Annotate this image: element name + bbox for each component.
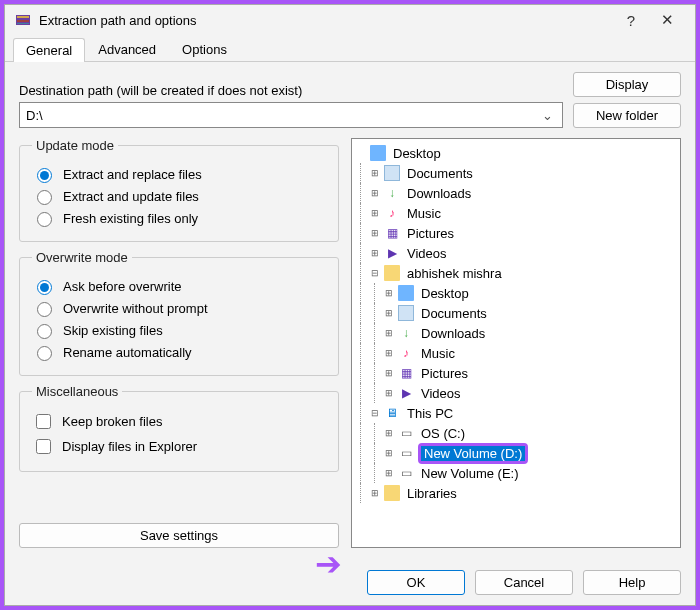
music-icon: ♪ — [398, 345, 414, 361]
tab-general[interactable]: General — [13, 38, 85, 62]
tree-node-videos[interactable]: ⊞▶Videos — [354, 243, 678, 263]
misc-legend: Miscellaneous — [32, 384, 122, 399]
radio-rename-auto[interactable]: Rename automatically — [32, 343, 326, 361]
overwrite-mode-group: Overwrite mode Ask before overwrite Over… — [19, 250, 339, 376]
videos-icon: ▶ — [398, 385, 414, 401]
tree-expand-icon[interactable]: ⊞ — [382, 388, 396, 398]
misc-group: Miscellaneous Keep broken files Display … — [19, 384, 339, 472]
tree-node-newvol-d[interactable]: ⊞▭New Volume (D:) — [354, 443, 678, 463]
dialog-footer: OK Cancel Help — [5, 560, 695, 605]
tree-node-music[interactable]: ⊞♪Music — [354, 203, 678, 223]
desktop-icon — [398, 285, 414, 301]
destination-path-combo[interactable]: D:\ ⌄ — [19, 102, 563, 128]
pictures-icon: ▦ — [398, 365, 414, 381]
help-button-footer[interactable]: Help — [583, 570, 681, 595]
tree-expand-icon[interactable]: ⊞ — [382, 448, 396, 458]
tree-node-desktop[interactable]: Desktop — [354, 143, 678, 163]
libraries-icon — [384, 485, 400, 501]
update-mode-legend: Update mode — [32, 138, 118, 153]
tree-node-user-documents[interactable]: ⊞Documents — [354, 303, 678, 323]
highlight-annotation: New Volume (D:) — [418, 443, 528, 464]
tree-node-newvol-e[interactable]: ⊞▭New Volume (E:) — [354, 463, 678, 483]
tree-node-libraries[interactable]: ⊞Libraries — [354, 483, 678, 503]
radio-overwrite-noprompt[interactable]: Overwrite without prompt — [32, 299, 326, 317]
save-settings-button[interactable]: Save settings — [19, 523, 339, 548]
extraction-dialog: Extraction path and options ? ✕ General … — [4, 4, 696, 606]
close-button[interactable]: ✕ — [649, 11, 685, 29]
help-button[interactable]: ? — [613, 12, 649, 29]
window-title: Extraction path and options — [39, 13, 613, 28]
svg-rect-1 — [17, 16, 29, 18]
tree-expand-icon[interactable]: ⊞ — [382, 348, 396, 358]
tree-expand-icon[interactable]: ⊞ — [382, 468, 396, 478]
tab-strip: General Advanced Options — [5, 35, 695, 62]
display-button[interactable]: Display — [573, 72, 681, 97]
tree-node-user-pictures[interactable]: ⊞▦Pictures — [354, 363, 678, 383]
tree-node-user-downloads[interactable]: ⊞↓Downloads — [354, 323, 678, 343]
tree-expand-icon[interactable]: ⊟ — [368, 268, 382, 278]
tree-expand-icon[interactable]: ⊞ — [368, 188, 382, 198]
videos-icon: ▶ — [384, 245, 400, 261]
folder-tree[interactable]: Desktop ⊞Documents ⊞↓Downloads ⊞♪Music ⊞… — [351, 138, 681, 548]
destination-label: Destination path (will be created if doe… — [19, 83, 563, 98]
tree-node-user-videos[interactable]: ⊞▶Videos — [354, 383, 678, 403]
downloads-icon: ↓ — [398, 325, 414, 341]
tab-advanced[interactable]: Advanced — [85, 37, 169, 61]
winrar-icon — [15, 12, 31, 28]
tree-expand-icon[interactable]: ⊞ — [368, 488, 382, 498]
disk-icon: ▭ — [398, 445, 414, 461]
titlebar: Extraction path and options ? ✕ — [5, 5, 695, 35]
tree-node-user[interactable]: ⊟abhishek mishra — [354, 263, 678, 283]
radio-fresh-only[interactable]: Fresh existing files only — [32, 209, 326, 227]
chevron-down-icon[interactable]: ⌄ — [538, 108, 556, 123]
radio-extract-replace[interactable]: Extract and replace files — [32, 165, 326, 183]
destination-path-value: D:\ — [26, 108, 538, 123]
tree-node-os-c[interactable]: ⊞▭OS (C:) — [354, 423, 678, 443]
documents-icon — [384, 165, 400, 181]
pictures-icon: ▦ — [384, 225, 400, 241]
dialog-body: Destination path (will be created if doe… — [5, 62, 695, 560]
tree-node-thispc[interactable]: ⊟🖥This PC — [354, 403, 678, 423]
radio-skip-existing[interactable]: Skip existing files — [32, 321, 326, 339]
cancel-button[interactable]: Cancel — [475, 570, 573, 595]
tree-expand-icon[interactable]: ⊞ — [382, 328, 396, 338]
tree-expand-icon[interactable]: ⊞ — [368, 168, 382, 178]
tree-expand-icon[interactable]: ⊞ — [368, 208, 382, 218]
tree-expand-icon[interactable]: ⊟ — [368, 408, 382, 418]
pc-icon: 🖥 — [384, 405, 400, 421]
tree-node-downloads[interactable]: ⊞↓Downloads — [354, 183, 678, 203]
svg-rect-2 — [17, 20, 29, 22]
tree-expand-icon[interactable]: ⊞ — [368, 228, 382, 238]
check-display-explorer[interactable]: Display files in Explorer — [32, 436, 326, 457]
tab-options[interactable]: Options — [169, 37, 240, 61]
new-folder-button[interactable]: New folder — [573, 103, 681, 128]
tree-node-user-desktop[interactable]: ⊞Desktop — [354, 283, 678, 303]
tree-node-pictures[interactable]: ⊞▦Pictures — [354, 223, 678, 243]
downloads-icon: ↓ — [384, 185, 400, 201]
disk-icon: ▭ — [398, 465, 414, 481]
update-mode-group: Update mode Extract and replace files Ex… — [19, 138, 339, 242]
tree-node-documents[interactable]: ⊞Documents — [354, 163, 678, 183]
overwrite-mode-legend: Overwrite mode — [32, 250, 132, 265]
disk-icon: ▭ — [398, 425, 414, 441]
svg-rect-3 — [17, 23, 29, 24]
desktop-icon — [370, 145, 386, 161]
tree-expand-icon[interactable]: ⊞ — [382, 428, 396, 438]
check-keep-broken[interactable]: Keep broken files — [32, 411, 326, 432]
tree-node-user-music[interactable]: ⊞♪Music — [354, 343, 678, 363]
radio-extract-update[interactable]: Extract and update files — [32, 187, 326, 205]
tree-expand-icon[interactable]: ⊞ — [368, 248, 382, 258]
radio-ask-overwrite[interactable]: Ask before overwrite — [32, 277, 326, 295]
tree-expand-icon[interactable]: ⊞ — [382, 288, 396, 298]
music-icon: ♪ — [384, 205, 400, 221]
ok-button[interactable]: OK — [367, 570, 465, 595]
tree-expand-icon[interactable]: ⊞ — [382, 368, 396, 378]
documents-icon — [398, 305, 414, 321]
folder-icon — [384, 265, 400, 281]
tree-expand-icon[interactable]: ⊞ — [382, 308, 396, 318]
